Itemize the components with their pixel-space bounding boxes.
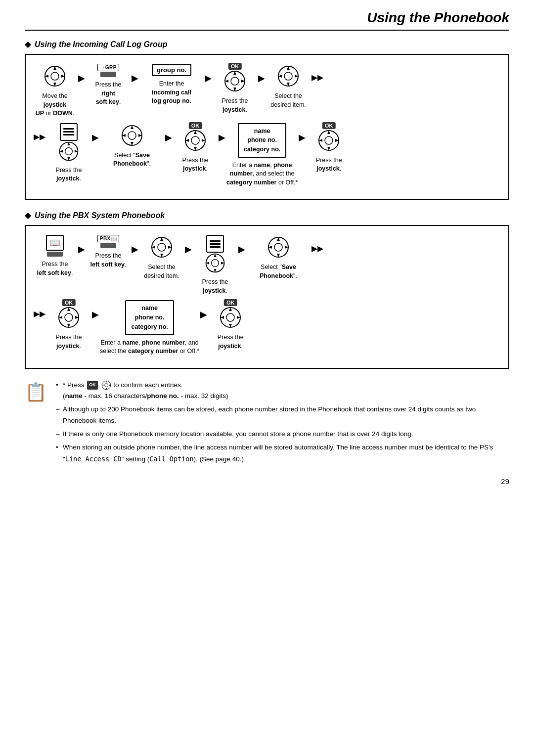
s2-arrow6: ▶ <box>92 300 99 320</box>
step-press-joystick-ok2: OK Press thejoystick. <box>173 123 218 174</box>
dash-note1: Although up to 200 Phonebook items can b… <box>56 404 509 427</box>
s2-step-save: Select "SavePhonebook". <box>246 235 311 280</box>
note2: When storing an outside phone number, th… <box>56 442 509 465</box>
step-enter-name: namephone no.category no. Enter a name, … <box>226 123 298 187</box>
step-enter-groupno: group no. Enter theincoming calllog grou… <box>139 64 204 106</box>
arrow4: ▶ <box>258 64 265 84</box>
joystick-ok-icon-3: OK <box>316 123 341 153</box>
groupno-box: group no. <box>152 64 191 76</box>
page-title: Using the Phonebook <box>25 10 509 31</box>
svg-point-73 <box>104 383 108 387</box>
arrow6: ▶ <box>92 123 99 143</box>
svg-point-43 <box>158 243 166 251</box>
step6-label: Press thejoystick. <box>56 166 82 183</box>
ok-badge-inline: OK <box>87 381 98 389</box>
s2-arrow2: ▶ <box>132 235 138 255</box>
menu-icon-1 <box>60 123 78 141</box>
notes-content: * Press OK to confirm each entries.(name… <box>56 380 509 468</box>
step-book-softkey: 📖 Press theleft soft key. <box>33 235 77 277</box>
arrow2: ▶ <box>132 64 138 84</box>
step5-label: Select thedesired item. <box>270 92 306 109</box>
arrow5: ▶▶ <box>312 64 323 82</box>
s2-step-ok-joystick: OK Press thejoystick. <box>46 300 91 351</box>
svg-point-19 <box>65 147 73 155</box>
svg-point-13 <box>284 72 292 80</box>
name-box-icon: namephone no.category no. <box>238 123 286 158</box>
info-box-2: namephone no.category no. <box>125 300 174 335</box>
step-right-softkey: →GRP Press therightsoft key. <box>86 64 131 107</box>
s2-step2-label: Press theleft soft key. <box>90 252 127 269</box>
step-press-joystick-final1: OK Press thejoystick. <box>307 123 351 174</box>
s2-step5-label: Select "SavePhonebook". <box>260 263 297 280</box>
ok-badge-s2-2: OK <box>224 299 237 306</box>
ok-badge-2: OK <box>189 122 202 129</box>
step9-label: Enter a name, phonenumber, and select th… <box>226 161 298 187</box>
softkey-btn-3 <box>100 243 116 248</box>
svg-point-1 <box>51 72 59 80</box>
step4-label: Press thejoystick. <box>222 97 248 114</box>
section1-row2: ▶▶ Press thejoystick. ▶ <box>33 123 501 187</box>
softkey-btn-2 <box>47 252 63 257</box>
step-press-joystick-ok1: OK Press thejoystick. <box>213 64 257 114</box>
step3-label: Enter theincoming calllog group no. <box>152 80 191 106</box>
joystick-ok-icon-s2-2: OK <box>218 300 243 330</box>
joystick-icon-5 <box>276 64 301 89</box>
svg-point-61 <box>65 313 73 321</box>
svg-point-31 <box>191 136 199 144</box>
pbx-label: PBX📖 <box>97 235 120 242</box>
notes-section: 📋 * Press OK to confirm each entries.(na… <box>25 380 509 468</box>
s2-arrow5: ▶▶ <box>312 235 323 253</box>
menu-icon-2 <box>206 235 224 253</box>
section2-diagram: 📖 Press theleft soft key. ▶ PBX📖 Press t… <box>25 225 509 368</box>
arrow7: ▶ <box>165 123 172 143</box>
menu-joystick-icon-2 <box>204 235 226 274</box>
step-pbx-softkey: PBX📖 Press theleft soft key. <box>86 235 131 269</box>
groupno-box-icon: group no. <box>152 64 191 76</box>
step2-label: Press therightsoft key. <box>95 81 122 107</box>
svg-point-49 <box>212 260 219 267</box>
s2-step7-label: Enter a name, phone number, andselect th… <box>100 339 199 356</box>
ok-badge-3: OK <box>322 122 336 129</box>
section2-row2: ▶▶ OK Press thejoystick. ▶ <box>33 300 501 356</box>
section1-header: Using the Incoming Call Log Group <box>25 40 509 49</box>
joystick-ok-icon-1: OK <box>222 64 247 93</box>
step7-label: Select "SavePhonebook". <box>113 151 151 169</box>
grp-softkey-icon: →GRP <box>97 64 119 77</box>
ok-badge-s2-1: OK <box>62 299 76 306</box>
arrow1: ▶ <box>78 64 85 84</box>
ok-badge-1: OK <box>228 63 242 70</box>
joystick-ok-icon-s2-1: OK <box>56 300 81 330</box>
section1-diagram: Move thejoystickUP or DOWN. ▶ →GRP Press… <box>25 54 509 200</box>
s2-step3-label: Select thedesired item. <box>144 263 179 280</box>
s2-step4-label: Press thejoystick. <box>202 278 228 295</box>
s2-step1-label: Press theleft soft key. <box>37 260 73 277</box>
info-box-1: namephone no.category no. <box>238 123 286 158</box>
svg-point-55 <box>274 243 282 251</box>
joystick-icon-s2-2 <box>266 235 291 260</box>
grp-label: →GRP <box>97 64 119 71</box>
step1-label: Move thejoystickUP or DOWN. <box>36 92 75 118</box>
note-icon: 📋 <box>25 382 47 402</box>
section2-row1: 📖 Press theleft soft key. ▶ PBX📖 Press t… <box>33 235 501 295</box>
step-select-save: Select "SavePhonebook". <box>100 123 164 169</box>
step8-label: Press thejoystick. <box>182 156 209 174</box>
s2-step-ok-final: OK Press thejoystick. <box>208 300 253 351</box>
svg-point-7 <box>231 77 239 85</box>
svg-point-25 <box>128 132 136 139</box>
s2-arrow1: ▶ <box>78 235 85 255</box>
step10-label: Press thejoystick. <box>316 156 342 174</box>
svg-point-37 <box>325 136 333 144</box>
s2-arrow4: ▶ <box>238 235 245 255</box>
s2-step6-label: Press thejoystick. <box>56 333 82 351</box>
page-number: 29 <box>25 477 509 486</box>
arrow-start2: ▶▶ <box>34 123 45 141</box>
joystick-icon-1 <box>43 64 67 89</box>
s2-step-menu: Press thejoystick. <box>193 235 237 295</box>
joystick-icon-s2-1 <box>149 235 174 260</box>
section1-row1: Move thejoystickUP or DOWN. ▶ →GRP Press… <box>33 64 501 118</box>
name-box-icon-s2: namephone no.category no. <box>125 300 174 335</box>
joystick-icon-6 <box>120 123 144 148</box>
dash-note2: If there is only one Phonebook memory lo… <box>56 429 509 440</box>
book-icon-1: 📖 <box>46 235 64 251</box>
s2-arrow7: ▶ <box>200 300 207 320</box>
